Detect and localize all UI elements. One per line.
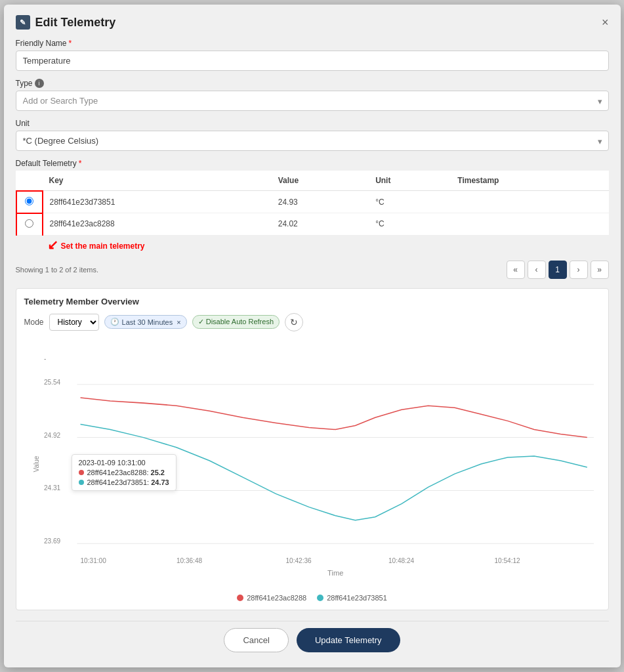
footer-buttons: Cancel Update Telemetry xyxy=(16,621,609,652)
legend-item-2: 28ff641e23d73851 xyxy=(317,594,387,602)
radio-1[interactable] xyxy=(25,197,33,205)
required-marker-2: * xyxy=(79,159,82,168)
svg-text:-: - xyxy=(44,354,46,362)
type-field: Type i Add or Search Type xyxy=(16,79,609,111)
page-1-btn[interactable]: 1 xyxy=(549,261,567,279)
unit-cell-1: °C xyxy=(369,191,451,213)
unit-select[interactable]: *C (Degree Celsius) xyxy=(16,131,609,151)
refresh-button[interactable]: ↻ xyxy=(285,313,303,331)
svg-text:10:48:24: 10:48:24 xyxy=(388,557,414,564)
default-telemetry-label: Default Telemetry * xyxy=(16,159,609,168)
svg-text:23.69: 23.69 xyxy=(44,537,61,545)
svg-text:10:42:36: 10:42:36 xyxy=(285,557,312,564)
col-value: Value xyxy=(272,171,369,191)
unit-field: Unit *C (Degree Celsius) xyxy=(16,119,609,151)
key-cell-1: 28ff641e23d73851 xyxy=(43,191,272,213)
time-filter-pill[interactable]: 🕐 Last 30 Minutes × xyxy=(104,315,187,329)
svg-text:10:31:00: 10:31:00 xyxy=(80,557,106,564)
friendly-name-field: Friendly Name * xyxy=(16,39,609,71)
svg-text:24.92: 24.92 xyxy=(44,431,61,438)
friendly-name-input[interactable] xyxy=(16,51,609,71)
type-label: Type i xyxy=(16,79,609,88)
update-telemetry-button[interactable]: Update Telemetry xyxy=(297,628,400,652)
modal-header: ✎ Edit Telemetry × xyxy=(16,15,609,30)
type-info-icon[interactable]: i xyxy=(35,79,44,88)
radio-cell-2[interactable] xyxy=(16,213,43,236)
disable-refresh-pill[interactable]: ✓ Disable Auto Refresh xyxy=(192,315,280,329)
unit-select-wrapper: *C (Degree Celsius) xyxy=(16,131,609,151)
key-cell-2: 28ff641e23ac8288 xyxy=(43,213,272,236)
col-radio xyxy=(16,171,43,191)
cancel-button[interactable]: Cancel xyxy=(224,628,288,652)
telemetry-overview-section: Telemetry Member Overview Mode History L… xyxy=(16,288,609,610)
value-cell-2: 24.02 xyxy=(272,213,369,236)
telemetry-table: Key Value Unit Timestamp 28ff641e23d7385… xyxy=(16,171,609,236)
edit-telemetry-modal: ✎ Edit Telemetry × Friendly Name * Type … xyxy=(4,5,621,667)
svg-text:24.31: 24.31 xyxy=(44,484,61,492)
legend-dot-1 xyxy=(237,595,243,601)
page-last-btn[interactable]: » xyxy=(591,261,609,279)
close-button[interactable]: × xyxy=(602,16,609,30)
unit-label: Unit xyxy=(16,119,609,128)
mode-bar: Mode History Live 🕐 Last 30 Minutes × ✓ … xyxy=(24,313,600,331)
page-prev-btn[interactable]: ‹ xyxy=(528,261,546,279)
page-next-btn[interactable]: › xyxy=(570,261,588,279)
modal-icon: ✎ xyxy=(16,15,30,30)
svg-text:10:54:12: 10:54:12 xyxy=(494,557,520,564)
overview-title: Telemetry Member Overview xyxy=(24,297,600,306)
clock-icon: 🕐 xyxy=(110,318,119,326)
svg-text:10:36:48: 10:36:48 xyxy=(176,557,202,564)
chart-svg: - 25.54 24.92 24.31 23.69 10:31:00 10:36… xyxy=(44,339,600,589)
radio-cell-1[interactable] xyxy=(16,191,43,213)
page-first-btn[interactable]: « xyxy=(507,261,525,279)
type-select[interactable]: Add or Search Type xyxy=(16,91,609,111)
timestamp-cell-2 xyxy=(451,213,608,236)
col-unit: Unit xyxy=(369,171,451,191)
radio-2[interactable] xyxy=(25,219,33,228)
friendly-name-label: Friendly Name * xyxy=(16,39,609,48)
y-axis-label: Value xyxy=(32,455,39,472)
chart-area: Value - 25.54 24.92 24.31 23.69 10:31:00 xyxy=(24,339,600,589)
required-marker: * xyxy=(69,39,72,48)
legend-label-2: 28ff641e23d73851 xyxy=(327,594,387,602)
svg-text:Time: Time xyxy=(327,568,343,576)
svg-text:25.54: 25.54 xyxy=(44,378,61,385)
legend-item-1: 28ff641e23ac8288 xyxy=(237,594,306,602)
type-select-wrapper: Add or Search Type xyxy=(16,91,609,111)
time-close-icon[interactable]: × xyxy=(177,318,180,326)
mode-label: Mode xyxy=(24,318,44,327)
col-key: Key xyxy=(43,171,272,191)
pagination-controls: « ‹ 1 › » xyxy=(507,261,609,279)
col-timestamp: Timestamp xyxy=(451,171,608,191)
modal-title-text: Edit Telemetry xyxy=(35,16,116,30)
timestamp-cell-1 xyxy=(451,191,608,213)
table-row: 28ff641e23ac8288 24.02 °C xyxy=(16,213,609,236)
set-main-label: ↙ Set the main telemetry xyxy=(47,238,145,254)
legend-dot-2 xyxy=(317,595,323,601)
chart-legend: 28ff641e23ac8288 28ff641e23d73851 xyxy=(24,594,600,602)
value-cell-1: 24.93 xyxy=(272,191,369,213)
mode-select[interactable]: History Live xyxy=(49,314,99,331)
unit-cell-2: °C xyxy=(369,213,451,236)
pagination-info: Showing 1 to 2 of 2 items. xyxy=(16,266,99,274)
legend-label-1: 28ff641e23ac8288 xyxy=(247,594,306,602)
set-main-annotation: ↙ Set the main telemetry xyxy=(21,238,609,257)
modal-title: ✎ Edit Telemetry xyxy=(16,15,116,30)
default-telemetry-section: Default Telemetry * Key Value Unit Times… xyxy=(16,159,609,279)
pagination-row: Showing 1 to 2 of 2 items. « ‹ 1 › » xyxy=(16,261,609,279)
table-row: 28ff641e23d73851 24.93 °C xyxy=(16,191,609,213)
